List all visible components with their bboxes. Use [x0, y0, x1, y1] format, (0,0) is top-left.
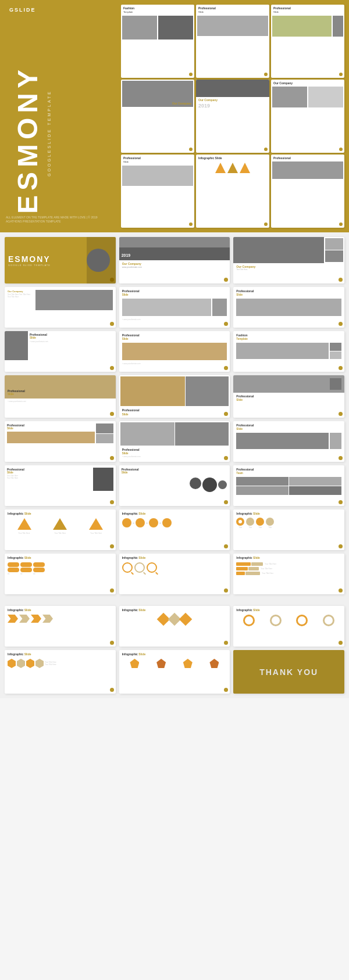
main-slides-section: ESMONY GOOGLE SLIDE TEMPLATE 2019 Our Co…: [0, 232, 349, 698]
slide-10-photo-full: Professional Slide » www.yourdomain.com: [5, 375, 116, 418]
hero-thumb-4: Our Company: [121, 80, 194, 153]
slide-11-collage: Professional Slide: [119, 375, 230, 418]
slide-21-infographic: Infographic Slide Title Title Title: [233, 509, 344, 550]
slide-6-professional: Professional Slide: [233, 287, 344, 328]
slide-16-dark: Professional Slide Text Title HereText T…: [5, 465, 116, 506]
hero-thumb-6: Our Company: [271, 80, 344, 153]
hero-thumb-1: Fashion Template: [121, 5, 194, 78]
slide-20-infographic: Infographic Slide: [119, 509, 230, 550]
row-spacer: [5, 598, 344, 602]
slide-12-professional: Professional Slide: [233, 375, 344, 418]
slide-3-company: Our Company Text Title Here: [233, 237, 344, 283]
gslide-logo: GSLIDE: [9, 7, 36, 13]
hero-thumb-7: Professional Slide: [121, 155, 194, 228]
slide-15-professional: Professional Slide: [233, 421, 344, 462]
hero-thumb-2: Professional Slide: [196, 5, 269, 78]
slide-17-circles: Professional Slide: [119, 465, 230, 506]
slide-18-team: Professional Team: [233, 465, 344, 506]
hero-left-panel: GSLIDE ESMONY GOOGLESLIDE TEMPLATE ALL E…: [0, 0, 116, 232]
hero-footer: ALL ELEMENT ON THE TEMPLATE ARE MADE WIT…: [6, 216, 111, 224]
hero-thumb-8: Infographic Slide: [196, 155, 269, 228]
slide-13-professional: Professional Slide: [5, 421, 116, 462]
slide-2-company: 2019 Our Company www.yourdomain.com: [119, 237, 230, 283]
slide-14-triangles: Professional Slide » www.yourdomain.com: [119, 421, 230, 462]
slide-19-infographic: Infographic Slide Your Title HereYour Ti…: [5, 509, 116, 550]
slide-23-infographic-search: Infographic Slide: [119, 554, 230, 594]
hero-thumb-9: Professional: [271, 155, 344, 228]
slide-8-professional: Professional Slide » www.yourdomain.com: [119, 331, 230, 372]
slide-24-infographic-steps: Infographic Slide Your Title Here Your T…: [233, 554, 344, 594]
slide-26-infographic-diamonds: Infographic Slide: [119, 606, 230, 647]
slide-29-infographic-pentagon: Infographic Slide: [119, 650, 230, 694]
slides-grid: ESMONY GOOGLE SLIDE TEMPLATE 2019 Our Co…: [5, 237, 344, 694]
hero-title: ESMONY: [12, 65, 44, 214]
hero-section: GSLIDE ESMONY GOOGLESLIDE TEMPLATE ALL E…: [0, 0, 349, 232]
hero-slide-grid: Fashion Template Professional Slide Prof…: [116, 0, 349, 232]
slide-22-infographic-bars: Infographic Slide 01 02 03: [5, 554, 116, 594]
thank-you-text: THANK YOU: [259, 667, 318, 677]
slide-9-fashion: Fashion Template: [233, 331, 344, 372]
slide-7-professional-left: Professional Slide » www.yourdomain.com: [5, 331, 116, 372]
slide-25-infographic-arrows: Infographic Slide: [5, 606, 116, 647]
slide-27-infographic-rings: Infographic Slide: [233, 606, 344, 647]
hero-subtitle: GOOGLESLIDE TEMPLATE: [47, 90, 51, 177]
slide-30-thank-you: THANK YOU: [233, 650, 344, 694]
slide-5-professional: Professional Slide » www.yourdomain.com: [119, 287, 230, 328]
slide-4-company-text: Our Company Text Title Here Text Title H…: [5, 287, 116, 328]
slide-28-infographic-hex: Infographic Slide Your Title HereYour Ti…: [5, 650, 116, 694]
hero-thumb-5: Our Company 2019: [196, 80, 269, 153]
slide-1-cover: ESMONY GOOGLE SLIDE TEMPLATE: [5, 237, 116, 283]
hero-thumb-3: Professional Slide: [271, 5, 344, 78]
